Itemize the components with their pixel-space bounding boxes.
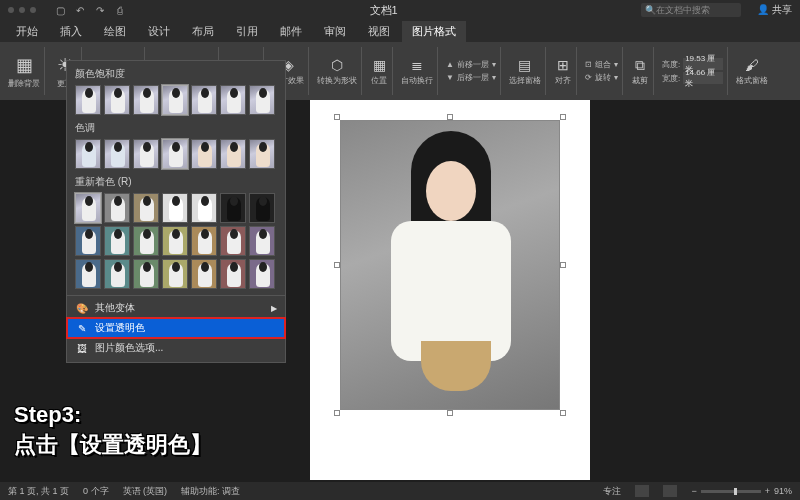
tone-swatch[interactable] [191, 139, 217, 169]
send-backward-button[interactable]: ▼后移一层 ▾ [446, 72, 496, 83]
tone-swatch[interactable] [220, 139, 246, 169]
selected-image[interactable] [340, 120, 560, 410]
arrange-group: ▲前移一层 ▾ ▼后移一层 ▾ [442, 47, 501, 95]
recolor-swatch[interactable] [75, 259, 101, 289]
remove-background-button[interactable]: ▦删除背景 [4, 47, 45, 95]
redo-icon[interactable]: ↷ [94, 4, 106, 16]
tone-swatch[interactable] [162, 139, 188, 169]
titlebar: ▢ ↶ ↷ ⎙ 文档1 🔍 在文档中搜索 👤 共享 [0, 0, 800, 20]
search-input[interactable]: 🔍 在文档中搜索 [641, 3, 741, 17]
tone-swatches [75, 139, 277, 169]
position-icon: ▦ [370, 56, 388, 74]
accessibility-indicator[interactable]: 辅助功能: 调查 [181, 485, 240, 498]
tab-references[interactable]: 引用 [226, 21, 268, 42]
zoom-control[interactable]: −+91% [691, 486, 792, 496]
tab-home[interactable]: 开始 [6, 21, 48, 42]
recolor-swatch[interactable] [191, 259, 217, 289]
recolor-swatch[interactable] [162, 193, 188, 223]
align-icon: ⊞ [554, 56, 572, 74]
palette-icon: 🎨 [75, 303, 89, 314]
recolor-swatch[interactable] [220, 226, 246, 256]
tutorial-instruction: 点击【设置透明色】 [14, 430, 212, 460]
recolor-swatch[interactable] [162, 226, 188, 256]
zoom-in-icon[interactable]: + [765, 486, 770, 496]
other-variants-item[interactable]: 🎨其他变体▶ [67, 298, 285, 318]
arrange2-group: ⊡组合 ▾ ⟳旋转 ▾ [581, 47, 623, 95]
recolor-swatch[interactable] [220, 259, 246, 289]
remove-bg-icon: ▦ [12, 53, 36, 77]
convert-button[interactable]: ⬡转换为形状 [313, 47, 362, 95]
tab-mailings[interactable]: 邮件 [270, 21, 312, 42]
recolor-swatches [75, 193, 277, 289]
selection-pane-button[interactable]: ▤选择窗格 [505, 47, 546, 95]
tone-swatch[interactable] [133, 139, 159, 169]
view-web-button[interactable] [663, 485, 677, 497]
size-group: 高度:19.53 厘米 宽度:14.66 厘米 [658, 47, 728, 95]
share-button[interactable]: 👤 共享 [757, 3, 792, 17]
saturation-swatch[interactable] [249, 85, 275, 115]
language-indicator[interactable]: 英语 (英国) [123, 485, 168, 498]
focus-mode-button[interactable]: 专注 [603, 485, 621, 498]
tab-review[interactable]: 审阅 [314, 21, 356, 42]
print-icon[interactable]: ⎙ [114, 4, 126, 16]
page-count[interactable]: 第 1 页, 共 1 页 [8, 485, 69, 498]
recolor-swatch[interactable] [162, 259, 188, 289]
set-transparent-color-item[interactable]: ✎设置透明色 [67, 318, 285, 338]
tab-draw[interactable]: 绘图 [94, 21, 136, 42]
align-button[interactable]: ⊞对齐 [550, 47, 577, 95]
tone-swatch[interactable] [104, 139, 130, 169]
recolor-swatch[interactable] [249, 226, 275, 256]
recolor-swatch[interactable] [220, 193, 246, 223]
backward-icon: ▼ [446, 73, 454, 82]
recolor-swatch[interactable] [133, 193, 159, 223]
recolor-swatch[interactable] [133, 259, 159, 289]
zoom-level[interactable]: 91% [774, 486, 792, 496]
group-button[interactable]: ⊡组合 ▾ [585, 59, 618, 70]
tab-view[interactable]: 视图 [358, 21, 400, 42]
saturation-swatch[interactable] [162, 85, 188, 115]
bring-forward-button[interactable]: ▲前移一层 ▾ [446, 59, 496, 70]
group-icon: ⊡ [585, 60, 592, 69]
tone-swatch[interactable] [75, 139, 101, 169]
wrap-text-button[interactable]: ≣自动换行 [397, 47, 438, 95]
recolor-swatch[interactable] [249, 193, 275, 223]
recolor-swatch[interactable] [249, 259, 275, 289]
crop-button[interactable]: ⧉裁剪 [627, 47, 654, 95]
undo-icon[interactable]: ↶ [74, 4, 86, 16]
width-input[interactable]: 14.66 厘米 [683, 72, 723, 84]
tab-design[interactable]: 设计 [138, 21, 180, 42]
recolor-swatch[interactable] [133, 226, 159, 256]
tab-insert[interactable]: 插入 [50, 21, 92, 42]
recolor-swatch[interactable] [104, 259, 130, 289]
recolor-swatch[interactable] [75, 193, 101, 223]
quick-access-toolbar[interactable]: ▢ ↶ ↷ ⎙ [54, 4, 126, 16]
window-controls[interactable] [8, 7, 36, 13]
recolor-swatch[interactable] [191, 193, 217, 223]
zoom-out-icon[interactable]: − [691, 486, 696, 496]
tone-heading: 色调 [75, 121, 277, 135]
tutorial-step: Step3: [14, 402, 212, 428]
height-label: 高度: [662, 59, 680, 70]
recolor-swatch[interactable] [75, 226, 101, 256]
zoom-slider[interactable] [701, 490, 761, 493]
saturation-swatch[interactable] [104, 85, 130, 115]
saturation-swatch[interactable] [75, 85, 101, 115]
saturation-swatch[interactable] [133, 85, 159, 115]
saturation-swatch[interactable] [191, 85, 217, 115]
picture-color-options-item[interactable]: 🖼图片颜色选项... [67, 338, 285, 358]
rotate-button[interactable]: ⟳旋转 ▾ [585, 72, 618, 83]
saturation-swatch[interactable] [220, 85, 246, 115]
tab-picture-format[interactable]: 图片格式 [402, 21, 466, 42]
options-icon: 🖼 [75, 343, 89, 354]
view-print-button[interactable] [635, 485, 649, 497]
brush-icon: 🖌 [743, 56, 761, 74]
save-icon[interactable]: ▢ [54, 4, 66, 16]
tone-swatch[interactable] [249, 139, 275, 169]
word-count[interactable]: 0 个字 [83, 485, 109, 498]
recolor-swatch[interactable] [104, 193, 130, 223]
format-pane-button[interactable]: 🖌格式窗格 [732, 47, 772, 95]
recolor-swatch[interactable] [104, 226, 130, 256]
position-button[interactable]: ▦位置 [366, 47, 393, 95]
tab-layout[interactable]: 布局 [182, 21, 224, 42]
recolor-swatch[interactable] [191, 226, 217, 256]
